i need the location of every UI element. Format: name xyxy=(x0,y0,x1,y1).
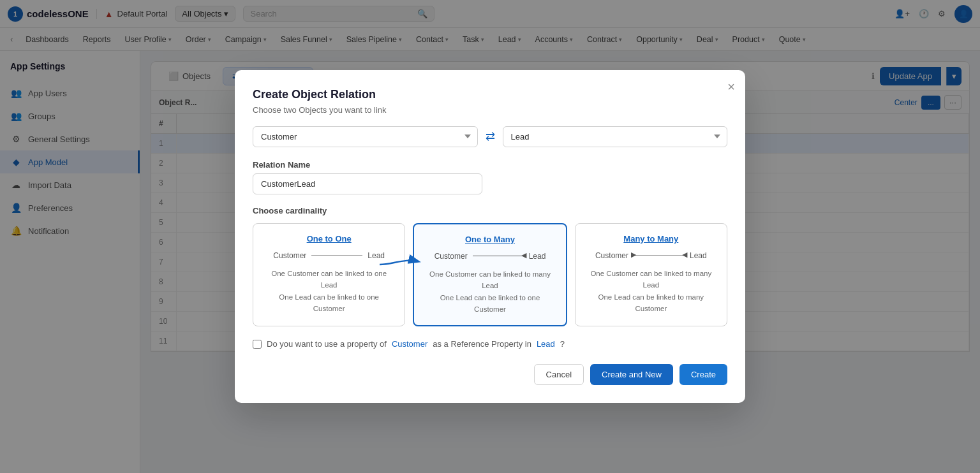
create-object-relation-dialog: × Create Object Relation Choose two Obje… xyxy=(235,70,745,404)
cancel-button[interactable]: Cancel xyxy=(534,364,584,385)
many-to-many-desc2: One Lead can be linked to many Customer xyxy=(586,291,716,315)
dialog-close-button[interactable]: × xyxy=(727,80,735,93)
one-to-one-title: One to One xyxy=(264,234,394,244)
one-to-many-line: ◀ xyxy=(473,256,524,256)
reference-checkbox[interactable] xyxy=(253,340,262,349)
many-to-many-node1: Customer xyxy=(595,251,628,260)
reference-row: Do you want to use a property of Custome… xyxy=(253,339,727,349)
ref-obj2-link[interactable]: Lead xyxy=(537,339,555,349)
one-to-one-line xyxy=(311,255,362,256)
arrow-right-icon: ◀ xyxy=(682,251,687,259)
many-to-many-line: ▶ ◀ xyxy=(634,255,685,256)
arrow-head-icon: ◀ xyxy=(521,251,526,259)
many-to-many-diagram: Customer ▶ ◀ Lead xyxy=(586,251,716,260)
relation-name-label: Relation Name xyxy=(253,160,727,170)
one-to-many-node1: Customer xyxy=(434,252,468,261)
relation-name-input[interactable] xyxy=(253,173,482,194)
create-button[interactable]: Create xyxy=(679,364,727,385)
many-to-many-desc: One Customer can be linked to many Lead … xyxy=(586,268,716,315)
one-to-many-desc: One Customer can be linked to many Lead … xyxy=(424,268,555,316)
many-to-many-title: Many to Many xyxy=(586,234,716,244)
one-to-one-desc2: One Lead can be linked to one Customer xyxy=(264,291,394,315)
one-to-one-desc: One Customer can be linked to one Lead O… xyxy=(264,268,394,315)
many-to-many-desc1: One Customer can be linked to many Lead xyxy=(586,268,716,291)
object1-select[interactable]: Customer xyxy=(253,126,478,147)
ref-text-middle: as a Reference Property in xyxy=(433,339,531,349)
one-to-one-node2: Lead xyxy=(368,251,385,260)
ref-obj1-link[interactable]: Customer xyxy=(392,339,427,349)
ref-text-after: ? xyxy=(560,339,565,349)
dialog-subtitle: Choose two Objects you want to link xyxy=(253,105,727,115)
object2-select[interactable]: Lead xyxy=(503,126,728,147)
one-to-many-node2: Lead xyxy=(529,252,546,261)
one-to-many-diagram: Customer ◀ Lead xyxy=(424,252,555,261)
one-to-one-desc1: One Customer can be linked to one Lead xyxy=(264,268,394,291)
dialog-overlay: × Create Object Relation Choose two Obje… xyxy=(0,0,980,473)
dialog-footer: Cancel Create and New Create xyxy=(253,364,727,385)
one-to-many-desc2: One Lead can be linked to one Customer xyxy=(424,292,555,316)
ref-text-before: Do you want to use a property of xyxy=(267,339,387,349)
many-to-many-node2: Lead xyxy=(690,251,707,260)
cardinality-one-to-one[interactable]: One to One Customer Lead One Customer ca… xyxy=(253,223,405,327)
cardinality-row: One to One Customer Lead One Customer ca… xyxy=(253,223,727,327)
one-to-one-diagram: Customer Lead xyxy=(264,251,394,260)
cardinality-label: Choose cardinality xyxy=(253,206,727,215)
create-and-new-button[interactable]: Create and New xyxy=(590,364,673,385)
one-to-many-title: One to Many xyxy=(424,235,555,244)
one-to-many-desc1: One Customer can be linked to many Lead xyxy=(424,268,555,292)
object-selector-row: Customer ⇄ Lead xyxy=(253,126,727,147)
cardinality-one-to-many[interactable]: One to Many Customer ◀ xyxy=(413,223,567,327)
dialog-title: Create Object Relation xyxy=(253,88,727,101)
cardinality-many-to-many[interactable]: Many to Many Customer ▶ ◀ Lead One Custo… xyxy=(575,223,727,327)
one-to-one-node1: Customer xyxy=(273,251,306,260)
swap-icon[interactable]: ⇄ xyxy=(486,129,495,143)
arrow-left-icon: ▶ xyxy=(631,251,636,259)
